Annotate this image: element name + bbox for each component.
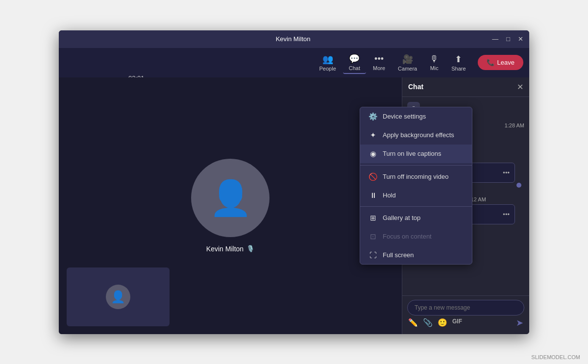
live-captions-icon: ◉ bbox=[368, 149, 378, 158]
focus-content-icon: ⊡ bbox=[368, 232, 378, 241]
device-settings-icon: ⚙️ bbox=[368, 112, 378, 121]
dropdown-full-screen[interactable]: ⛶ Full screen bbox=[360, 246, 472, 264]
chat-header: Chat ✕ bbox=[402, 77, 529, 97]
attach-icon[interactable]: 📎 bbox=[423, 318, 433, 327]
dropdown-live-captions[interactable]: ◉ Turn on live captions bbox=[360, 145, 472, 163]
dropdown-apply-bg[interactable]: ✦ Apply background effects bbox=[360, 126, 472, 145]
apply-bg-icon: ✦ bbox=[368, 131, 378, 140]
chat-toolbar-icons: ✏️ 📎 🙂 GIF ➤ bbox=[407, 315, 524, 330]
focus-content-label: Focus on content bbox=[383, 233, 432, 240]
hold-label: Hold bbox=[383, 192, 396, 199]
dropdown-divider-2 bbox=[360, 206, 472, 207]
self-avatar-icon: 👤 bbox=[111, 290, 125, 304]
video-area: 👤 Kevin Milton 🎙️ 👤 bbox=[59, 77, 402, 334]
chat-label: Chat bbox=[349, 65, 360, 71]
share-label: Share bbox=[451, 66, 466, 72]
more-dropdown-menu: ⚙️ Device settings ✦ Apply background ef… bbox=[360, 107, 472, 265]
leave-button[interactable]: 📞 Leave bbox=[478, 55, 523, 70]
people-icon: 👥 bbox=[322, 54, 333, 65]
more-icon: ••• bbox=[374, 54, 384, 64]
window-title: Kevin Milton bbox=[94, 35, 492, 43]
leave-phone-icon: 📞 bbox=[487, 59, 494, 66]
unread-dot bbox=[516, 183, 521, 188]
dropdown-turn-off-video[interactable]: 🚫 Turn off incoming video bbox=[360, 168, 472, 186]
toolbar-nav: 👥 People 💬 Chat ••• More 🎥 Camera 🎙 Mic … bbox=[314, 51, 472, 74]
content-area: 👤 Kevin Milton 🎙️ 👤 ⚙️ Device settings bbox=[59, 77, 529, 334]
mic-label: Mic bbox=[430, 65, 439, 71]
meeting-toolbar: 02:01 👥 People 💬 Chat ••• More 🎥 Camera … bbox=[59, 48, 529, 77]
device-settings-label: Device settings bbox=[383, 113, 426, 120]
apply-bg-label: Apply background effects bbox=[383, 131, 454, 139]
toolbar-chat[interactable]: 💬 Chat bbox=[343, 51, 366, 74]
send-button[interactable]: ➤ bbox=[516, 317, 523, 328]
dropdown-hold[interactable]: ⏸ Hold bbox=[360, 186, 472, 204]
main-video: 👤 Kevin Milton 🎙️ bbox=[191, 159, 270, 253]
file-more-1[interactable]: ••• bbox=[503, 169, 510, 176]
chat-input-area: ✏️ 📎 🙂 GIF ➤ bbox=[402, 295, 529, 334]
self-avatar: 👤 bbox=[106, 285, 130, 309]
turn-off-video-label: Turn off incoming video bbox=[383, 173, 448, 180]
turn-off-video-icon: 🚫 bbox=[368, 172, 378, 181]
full-screen-icon: ⛶ bbox=[368, 251, 378, 259]
maximize-button[interactable]: □ bbox=[506, 36, 510, 42]
file-more-2[interactable]: ••• bbox=[503, 211, 510, 218]
emoji-icon[interactable]: 🙂 bbox=[438, 318, 447, 327]
leave-label: Leave bbox=[497, 59, 514, 66]
gallery-top-label: Gallery at top bbox=[383, 214, 420, 221]
minimize-button[interactable]: — bbox=[492, 36, 498, 42]
self-video-tile: 👤 bbox=[67, 267, 170, 326]
dropdown-gallery-top[interactable]: ⊞ Gallery at top bbox=[360, 209, 472, 227]
chat-format-icons: ✏️ 📎 🙂 GIF bbox=[408, 318, 462, 327]
full-screen-label: Full screen bbox=[383, 251, 414, 259]
toolbar-camera[interactable]: 🎥 Camera bbox=[392, 52, 423, 73]
title-bar: Kevin Milton — □ ✕ bbox=[59, 30, 529, 48]
edit-format-icon[interactable]: ✏️ bbox=[408, 318, 418, 327]
camera-label: Camera bbox=[398, 66, 417, 72]
window-controls: — □ ✕ bbox=[492, 36, 523, 42]
chat-input-field[interactable] bbox=[407, 300, 524, 315]
share-icon: ⬆ bbox=[455, 54, 462, 65]
watermark: SLIDEMODEL.COM bbox=[531, 354, 580, 360]
dropdown-divider-1 bbox=[360, 165, 472, 166]
toolbar-share[interactable]: ⬆ Share bbox=[445, 52, 471, 73]
dropdown-device-settings[interactable]: ⚙️ Device settings bbox=[360, 107, 472, 126]
live-captions-label: Turn on live captions bbox=[383, 150, 441, 157]
camera-icon: 🎥 bbox=[402, 54, 413, 65]
close-button[interactable]: ✕ bbox=[518, 36, 523, 42]
more-label: More bbox=[373, 65, 385, 71]
people-label: People bbox=[319, 66, 336, 72]
dropdown-focus-content: ⊡ Focus on content bbox=[360, 227, 472, 246]
participant-muted-icon: 🎙️ bbox=[246, 245, 254, 252]
teams-window: Kevin Milton — □ ✕ 02:01 👥 People 💬 Chat… bbox=[59, 30, 529, 334]
toolbar-more[interactable]: ••• More bbox=[367, 52, 391, 73]
participant-name-text: Kevin Milton bbox=[206, 245, 244, 253]
chat-icon: 💬 bbox=[349, 53, 360, 64]
mic-icon: 🎙 bbox=[430, 54, 439, 64]
gallery-top-icon: ⊞ bbox=[368, 214, 378, 222]
gif-icon[interactable]: GIF bbox=[452, 318, 462, 327]
chat-panel-title: Chat bbox=[408, 83, 423, 91]
participant-avatar: 👤 bbox=[191, 159, 270, 237]
toolbar-mic[interactable]: 🎙 Mic bbox=[424, 52, 444, 73]
avatar-icon: 👤 bbox=[209, 178, 252, 218]
chat-close-button[interactable]: ✕ bbox=[517, 82, 523, 92]
toolbar-people[interactable]: 👥 People bbox=[314, 52, 342, 73]
participant-name-label: Kevin Milton 🎙️ bbox=[206, 245, 254, 253]
hold-icon: ⏸ bbox=[368, 191, 378, 199]
